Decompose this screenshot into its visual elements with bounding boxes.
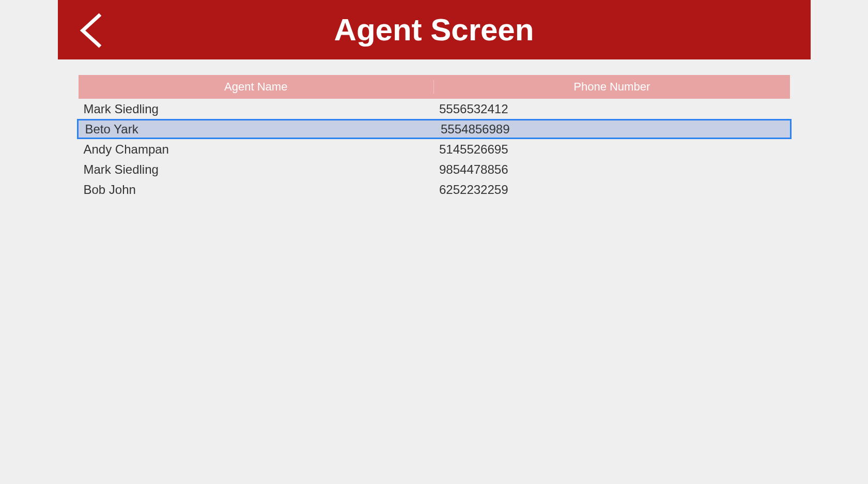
agent-name-cell: Mark Siedling bbox=[79, 102, 435, 116]
agent-name-cell: Mark Siedling bbox=[79, 162, 435, 177]
agent-name-cell: Bob John bbox=[79, 183, 435, 197]
header-bar: Agent Screen bbox=[58, 0, 811, 59]
content-area: Agent Name Phone Number Mark Siedling 55… bbox=[58, 59, 811, 200]
agent-screen: Agent Screen Agent Name Phone Number Mar… bbox=[58, 0, 811, 424]
phone-cell: 9854478856 bbox=[434, 162, 790, 177]
column-header-phone-number[interactable]: Phone Number bbox=[434, 80, 790, 94]
phone-cell: 6252232259 bbox=[434, 183, 790, 197]
column-header-agent-name[interactable]: Agent Name bbox=[79, 80, 435, 94]
table-row[interactable]: Bob John 6252232259 bbox=[79, 179, 790, 200]
table-row[interactable]: Mark Siedling 9854478856 bbox=[79, 159, 790, 179]
page-title: Agent Screen bbox=[58, 12, 811, 48]
table-row[interactable]: Andy Champan 5145526695 bbox=[79, 139, 790, 159]
phone-cell: 5554856989 bbox=[434, 122, 790, 137]
phone-cell: 5556532412 bbox=[434, 102, 790, 116]
table-body: Mark Siedling 5556532412 Beto Yark 55548… bbox=[79, 99, 790, 200]
back-button[interactable] bbox=[79, 12, 103, 49]
chevron-left-icon bbox=[79, 12, 103, 49]
agent-name-cell: Beto Yark bbox=[79, 122, 435, 137]
table-row[interactable]: Beto Yark 5554856989 bbox=[77, 119, 792, 139]
table-header-row: Agent Name Phone Number bbox=[79, 75, 790, 99]
table-row[interactable]: Mark Siedling 5556532412 bbox=[79, 99, 790, 119]
agent-name-cell: Andy Champan bbox=[79, 142, 435, 157]
phone-cell: 5145526695 bbox=[434, 142, 790, 157]
